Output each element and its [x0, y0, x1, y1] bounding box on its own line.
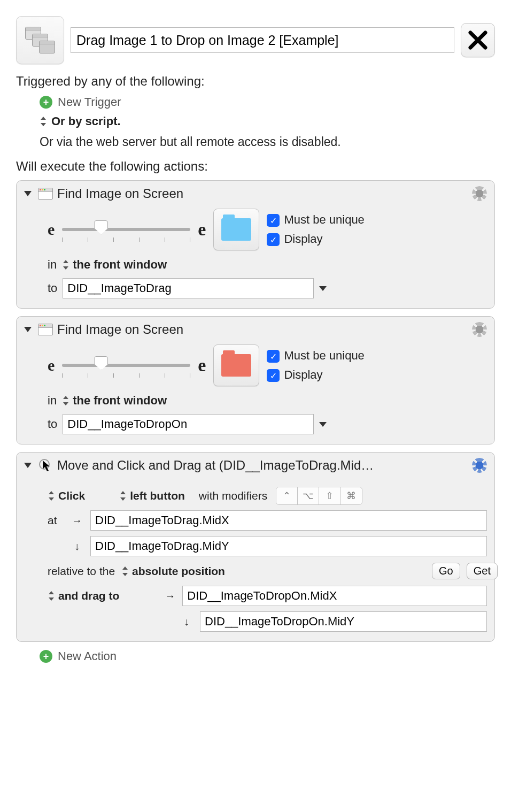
fuzz-label-right: e: [198, 219, 206, 240]
go-button[interactable]: Go: [432, 563, 460, 579]
window-icon: [38, 324, 53, 335]
action-find-image-1: Find Image on Screen e e ✓Must be unique…: [16, 180, 495, 309]
ctrl-modifier[interactable]: ⌃: [276, 487, 298, 504]
updown-icon: [48, 491, 55, 501]
updown-icon: [48, 591, 55, 601]
disclosure-triangle-icon[interactable]: [24, 327, 32, 332]
cursor-icon: [38, 458, 53, 473]
click-type-popup[interactable]: Click: [48, 489, 85, 502]
drag-popup[interactable]: and drag to: [48, 589, 119, 602]
chevron-down-icon[interactable]: [319, 422, 327, 427]
disclosure-triangle-icon[interactable]: [24, 191, 32, 196]
plus-icon: +: [40, 96, 52, 109]
drag-y-input[interactable]: [200, 611, 487, 632]
opt-modifier[interactable]: ⌥: [298, 487, 319, 504]
new-trigger-label: New Trigger: [58, 95, 121, 109]
new-action-label: New Action: [58, 649, 117, 663]
updown-icon: [62, 259, 69, 270]
at-label: at: [48, 514, 64, 527]
action-move-click-drag: Move and Click and Drag at (DID__ImageTo…: [16, 452, 495, 642]
gear-icon[interactable]: [472, 322, 487, 337]
action-find-image-2: Find Image on Screen e e ✓Must be unique…: [16, 316, 495, 445]
fuzz-slider[interactable]: [62, 217, 190, 242]
gear-icon[interactable]: [472, 186, 487, 201]
action-title: Find Image on Screen: [57, 322, 183, 337]
close-button[interactable]: [461, 23, 495, 57]
right-arrow-icon: →: [164, 590, 176, 602]
fuzz-slider[interactable]: [62, 353, 190, 378]
image-well[interactable]: [213, 209, 259, 250]
unique-checkbox[interactable]: ✓Must be unique: [267, 349, 364, 363]
actions-heading: Will execute the following actions:: [16, 159, 495, 174]
mouse-button-popup[interactable]: left button: [119, 489, 185, 502]
or-by-script[interactable]: Or by script.: [40, 114, 495, 128]
down-arrow-icon: ↓: [71, 540, 83, 553]
updown-icon: [121, 566, 129, 577]
scope-popup[interactable]: the front window: [62, 394, 167, 408]
triggers-heading: Triggered by any of the following:: [16, 74, 495, 89]
updown-icon: [40, 116, 47, 127]
relative-label: relative to the: [48, 565, 115, 578]
cmd-modifier[interactable]: ⌘: [340, 487, 362, 504]
disclosure-triangle-icon[interactable]: [24, 463, 32, 468]
macro-icon: [16, 16, 64, 64]
y-input[interactable]: [90, 536, 487, 556]
down-arrow-icon: ↓: [181, 616, 192, 628]
in-label: in: [48, 394, 57, 408]
get-button[interactable]: Get: [467, 563, 498, 579]
fuzz-label-left: e: [48, 220, 55, 239]
remote-access-info: Or via the web server but all remote acc…: [40, 135, 495, 149]
image-well[interactable]: [213, 344, 259, 386]
folder-icon: [221, 354, 251, 377]
drag-x-input[interactable]: [182, 586, 487, 606]
action-title: Find Image on Screen: [57, 186, 183, 201]
in-label: in: [48, 258, 57, 272]
unique-checkbox[interactable]: ✓Must be unique: [267, 213, 364, 227]
window-icon: [38, 188, 53, 200]
modifiers-buttons[interactable]: ⌃ ⌥ ⇧ ⌘: [276, 487, 362, 505]
shift-modifier[interactable]: ⇧: [319, 487, 340, 504]
fuzz-label-left: e: [48, 356, 55, 374]
display-checkbox[interactable]: ✓Display: [267, 232, 364, 246]
chevron-down-icon[interactable]: [319, 286, 327, 291]
updown-icon: [62, 395, 69, 406]
x-input[interactable]: [90, 510, 487, 531]
display-checkbox[interactable]: ✓Display: [267, 368, 364, 382]
macro-title-input[interactable]: [71, 27, 454, 53]
updown-icon: [119, 491, 127, 501]
right-arrow-icon: →: [71, 515, 83, 527]
to-label: to: [48, 281, 57, 295]
gear-icon[interactable]: [472, 458, 487, 473]
variable-input[interactable]: [63, 278, 314, 298]
new-trigger-button[interactable]: + New Trigger: [40, 95, 495, 109]
or-by-script-label: Or by script.: [51, 114, 121, 128]
plus-icon: +: [40, 650, 52, 663]
scope-popup[interactable]: the front window: [62, 258, 167, 272]
modifiers-label: with modifiers: [199, 489, 267, 502]
to-label: to: [48, 417, 57, 431]
action-title: Move and Click and Drag at (DID__ImageTo…: [57, 458, 468, 473]
position-popup[interactable]: absolute position: [121, 565, 225, 578]
variable-input[interactable]: [63, 414, 314, 434]
folder-icon: [221, 218, 251, 241]
fuzz-label-right: e: [198, 355, 206, 376]
new-action-button[interactable]: + New Action: [40, 649, 495, 663]
